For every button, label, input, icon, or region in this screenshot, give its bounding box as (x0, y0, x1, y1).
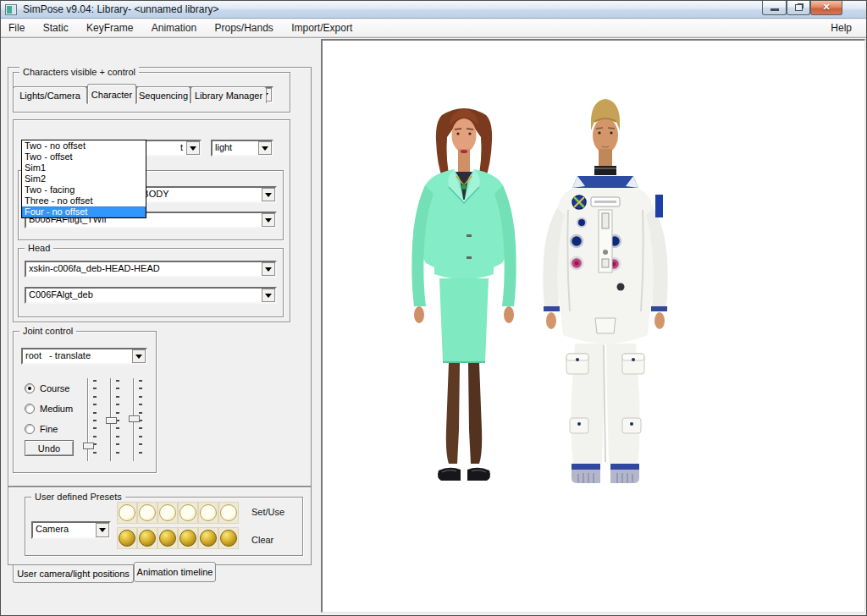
radio-icon (25, 404, 35, 414)
head-mesh-combo[interactable]: xskin-c006fa_deb-HEAD-HEAD (25, 261, 277, 278)
skin-tone-combo-value: light (213, 141, 257, 155)
joint-slider-z[interactable] (128, 378, 145, 463)
clear-label: Clear (251, 535, 273, 545)
head-texture-combo-value: C006FAlgt_deb (26, 289, 261, 302)
app-icon (5, 4, 17, 15)
male-sim (543, 99, 667, 483)
head-mesh-combo-value: xskin-c006fa_deb-HEAD-HEAD (26, 262, 261, 276)
restore-button[interactable] (787, 1, 810, 15)
preset-clear-slot-2[interactable] (137, 527, 157, 549)
tab-animation-timeline[interactable]: Animation timeline (134, 562, 216, 582)
3d-viewport[interactable] (321, 39, 865, 613)
preset-clear-slot-5[interactable] (198, 527, 218, 549)
preset-clear-slot-3[interactable] (157, 527, 178, 549)
chevron-down-icon[interactable] (132, 349, 146, 363)
dropdown-item[interactable]: Sim2 (22, 173, 146, 184)
preset-slot-icon (139, 504, 156, 521)
radio-medium-label: Medium (40, 404, 73, 414)
menu-help[interactable]: Help (823, 19, 859, 37)
title-bar[interactable]: SimPose v9.04: Library- <unnamed library… (1, 1, 866, 19)
close-button[interactable]: ✕ (810, 1, 842, 15)
chevron-down-icon[interactable] (258, 141, 272, 155)
preset-clear-slot-4[interactable] (178, 527, 198, 549)
slider-handle[interactable] (106, 417, 117, 424)
joint-slider-x[interactable] (82, 378, 99, 463)
preset-set-slot-1[interactable] (117, 502, 137, 524)
slider-handle[interactable] (83, 443, 94, 449)
tab-lights-camera[interactable]: Lights/Camera (13, 86, 87, 103)
rendered-scene (323, 41, 864, 612)
chevron-down-icon[interactable] (96, 523, 109, 537)
undo-button[interactable]: Undo (25, 440, 74, 456)
menu-import-export[interactable]: Import/Export (284, 19, 360, 37)
joint-combo[interactable]: root - translate (21, 348, 147, 365)
preset-target-combo-value: Camera (33, 523, 95, 537)
minimize-button[interactable] (762, 1, 787, 15)
preset-set-slot-3[interactable] (157, 502, 178, 524)
preset-slot-icon (119, 530, 135, 547)
head-group-label: Head (25, 243, 53, 253)
presets-group-label: User defined Presets (31, 492, 125, 502)
preset-set-slot-2[interactable] (137, 502, 157, 524)
radio-course[interactable]: Course (25, 383, 69, 393)
menu-static[interactable]: Static (36, 19, 76, 37)
minimize-icon (770, 8, 779, 11)
chevron-down-icon[interactable] (262, 188, 275, 201)
female-sim (411, 108, 516, 481)
preset-clear-slot-1[interactable] (117, 527, 137, 549)
preset-slot-icon (139, 530, 156, 547)
dropdown-item[interactable]: Three - no offset (22, 195, 146, 206)
menu-bar: File Static KeyFrame Animation Props/Han… (1, 19, 866, 37)
set-use-label: Set/Use (251, 507, 284, 517)
dropdown-item[interactable]: Two - facing (22, 184, 146, 195)
joint-slider-y[interactable] (105, 378, 122, 463)
preset-slot-icon (200, 530, 217, 547)
preset-set-slot-6[interactable] (218, 502, 239, 524)
window-title: SimPose v9.04: Library- <unnamed library… (23, 3, 218, 15)
preset-slot-icon (220, 530, 237, 547)
preset-slot-icon (200, 504, 217, 521)
restore-icon (795, 4, 803, 11)
dropdown-item[interactable]: Sim1 (22, 162, 146, 173)
radio-fine[interactable]: Fine (25, 424, 58, 434)
preset-target-combo[interactable]: Camera (31, 521, 111, 539)
tab-sequencing[interactable]: Sequencing (136, 86, 191, 103)
preset-set-slot-5[interactable] (198, 502, 218, 524)
dropdown-item[interactable]: Two - no offset (22, 140, 146, 151)
tab-character[interactable]: Character (87, 84, 136, 104)
radio-fine-label: Fine (40, 424, 58, 434)
preset-set-slot-4[interactable] (178, 502, 198, 524)
preset-slot-icon (220, 504, 237, 521)
slider-handle[interactable] (129, 415, 140, 422)
preset-slot-icon (159, 530, 176, 547)
menu-file[interactable]: File (1, 19, 32, 37)
menu-animation[interactable]: Animation (144, 19, 204, 37)
chevron-down-icon[interactable] (186, 141, 200, 155)
chevron-down-icon[interactable] (262, 213, 275, 227)
menu-props-hands[interactable]: Props/Hands (207, 19, 280, 37)
head-group: Head (18, 248, 284, 317)
chevron-down-icon[interactable] (262, 289, 275, 302)
preset-slot-icon (119, 504, 135, 521)
close-icon: ✕ (811, 2, 842, 13)
dropdown-item[interactable]: Two - offset (22, 151, 146, 162)
preset-slot-icon (179, 504, 196, 521)
preset-clear-slot-6[interactable] (218, 527, 239, 549)
radio-icon (25, 383, 35, 393)
radio-course-label: Course (40, 383, 69, 393)
app-window: SimPose v9.04: Library- <unnamed library… (0, 0, 867, 616)
skin-tone-combo[interactable]: light (211, 140, 273, 157)
joint-combo-value: root - translate (23, 349, 131, 363)
preset-slot-icon (179, 530, 196, 547)
radio-medium[interactable]: Medium (25, 404, 73, 414)
menu-keyframe[interactable]: KeyFrame (79, 19, 141, 37)
dropdown-item-highlighted[interactable]: Four - no offset (22, 206, 146, 217)
tab-library-manager[interactable]: Library Manager (191, 86, 267, 103)
chevron-down-icon[interactable] (262, 262, 275, 276)
preset-slot-icon (159, 504, 176, 521)
radio-icon (25, 424, 35, 434)
head-texture-combo[interactable]: C006FAlgt_deb (25, 287, 277, 304)
joint-control-label: Joint control (19, 326, 76, 336)
characters-visible-group-label: Characters visible + control (19, 67, 139, 77)
tab-user-camera-light-positions[interactable]: User camera/light positions (13, 565, 134, 583)
